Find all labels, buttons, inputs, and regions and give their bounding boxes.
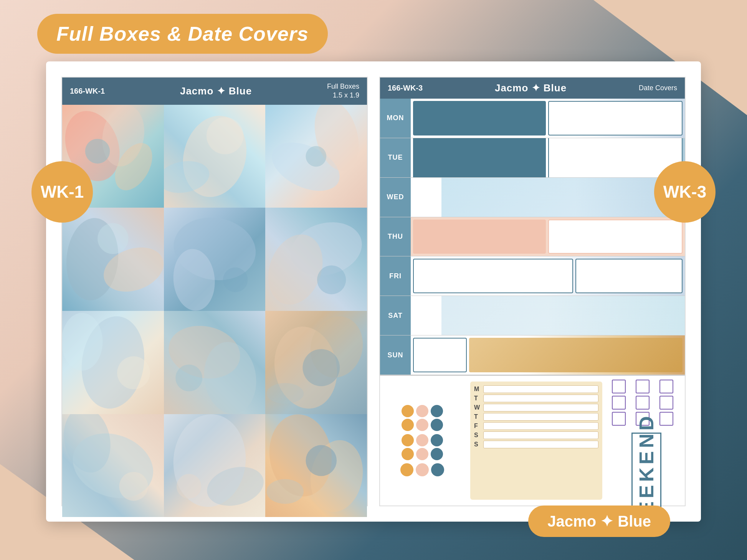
day-row-wed: WED [380, 178, 685, 217]
tracker-bar-m [483, 385, 598, 393]
tracker-row-s1: S [474, 431, 598, 439]
tracker-letter-t2: T [474, 413, 480, 420]
svg-point-16 [285, 215, 367, 283]
day-content-thu [411, 217, 685, 256]
tracker-bg: M T W T F [470, 382, 602, 500]
svg-point-2 [85, 139, 110, 163]
wk1-label: WK-1 [41, 182, 84, 202]
tracker-row-s2: S [474, 441, 598, 448]
svg-point-33 [203, 461, 266, 512]
floral-cell-2 [164, 105, 266, 208]
tracker-bar-t1 [483, 395, 598, 402]
svg-point-23 [200, 339, 261, 414]
tracker-row-m: M [474, 385, 598, 393]
svg-point-36 [305, 436, 367, 516]
dot-teal-single [431, 463, 444, 476]
tracker-letter-m: M [474, 386, 480, 393]
cover-white-fri-2 [575, 259, 683, 293]
svg-point-10 [63, 216, 122, 303]
floral-cell-12 [265, 414, 367, 517]
right-panel-header: 166-WK-3 Jacmo ✦ Blue Date Covers [380, 78, 685, 99]
dot-row-3 [400, 463, 444, 476]
left-panel-size: Full Boxes 1.5 x 1.9 [327, 83, 359, 99]
dot-pink-2b [416, 448, 428, 460]
svg-point-37 [306, 445, 337, 476]
floral-cell-4 [62, 208, 164, 311]
svg-point-4 [174, 108, 255, 204]
svg-point-12 [98, 223, 129, 254]
day-row-sat: SAT [380, 296, 685, 335]
dot-pink-1b [416, 419, 428, 431]
days-grid: MON TUE WED [380, 99, 685, 375]
checkbox-1 [612, 380, 626, 393]
tracker-row-w: W [474, 404, 598, 411]
day-content-mon [411, 99, 685, 138]
bottom-section: M T W T F [380, 375, 685, 505]
dot-gold-1b [402, 419, 414, 431]
floral-cell-10 [62, 414, 164, 517]
left-panel-wk1: 166-WK-1 Jacmo ✦ Blue Full Boxes 1.5 x 1… [61, 77, 368, 506]
svg-point-14 [171, 248, 217, 311]
sat-bg [441, 296, 685, 335]
tracker-letter-t1: T [474, 395, 480, 402]
right-panel-brand: Jacmo ✦ Blue [495, 82, 567, 94]
right-panel-label: Date Covers [639, 84, 677, 93]
day-row-thu: THU [380, 217, 685, 257]
cover-white-mon [548, 101, 683, 135]
cover-white-sun [413, 338, 467, 372]
day-row-sun: SUN [380, 335, 685, 375]
dot-pink-1a [416, 405, 428, 417]
dot-row-2 [402, 434, 443, 460]
double-dot-pink-1 [416, 405, 428, 431]
dots-section [380, 376, 464, 505]
cover-teal-tue [413, 138, 546, 177]
svg-point-20 [62, 313, 102, 370]
cover-teal-mon [413, 101, 546, 135]
svg-point-9 [306, 146, 327, 167]
day-label-mon: MON [380, 99, 411, 138]
svg-point-32 [169, 414, 249, 510]
day-content-sat [411, 296, 685, 335]
wk1-badge: WK-1 [31, 161, 93, 223]
day-row-tue: TUE [380, 138, 685, 178]
right-panel-wk3: 166-WK-3 Jacmo ✦ Blue Date Covers MON TU… [379, 77, 686, 506]
left-panel-code: 166-WK-1 [70, 87, 105, 96]
svg-point-3 [107, 137, 160, 197]
floral-cell-7 [62, 311, 164, 414]
svg-point-35 [265, 414, 337, 501]
tracker-row-t2: T [474, 413, 598, 421]
right-panel-code: 166-WK-3 [388, 84, 423, 93]
checkbox-9 [659, 412, 673, 426]
svg-point-31 [119, 472, 148, 501]
double-dot-gold-2 [402, 434, 414, 460]
day-label-tue: TUE [380, 138, 411, 177]
day-label-thu: THU [380, 217, 411, 256]
day-label-sat: SAT [380, 296, 411, 335]
checkbox-5 [636, 396, 649, 410]
svg-point-22 [164, 319, 245, 385]
cover-white-thu [548, 220, 683, 254]
svg-point-11 [98, 240, 164, 300]
tracker-letter-s1: S [474, 432, 480, 439]
svg-point-38 [267, 479, 304, 504]
brand-badge-label: Jacmo ✦ Blue [547, 513, 651, 530]
tracker-bar-s1 [483, 431, 598, 439]
tracker-bar-f [483, 422, 598, 430]
day-row-mon: MON [380, 99, 685, 138]
svg-point-5 [164, 157, 212, 197]
wk3-label: WK-3 [663, 182, 706, 202]
tracker-bar-t2 [483, 413, 598, 421]
left-panel-brand: Jacmo ✦ Blue [180, 85, 252, 97]
svg-point-17 [265, 227, 332, 311]
day-content-tue [411, 138, 685, 177]
checkbox-2 [636, 380, 649, 393]
dot-gold-single [400, 463, 413, 476]
checkbox-6 [659, 396, 673, 410]
cover-white-fri-1 [413, 259, 573, 293]
title-badge: Full Boxes & Date Covers [37, 14, 328, 54]
svg-point-19 [76, 312, 150, 413]
svg-point-21 [117, 356, 150, 389]
dot-gold-1a [402, 405, 414, 417]
dot-gold-2a [402, 434, 414, 446]
wed-bg [441, 178, 685, 217]
